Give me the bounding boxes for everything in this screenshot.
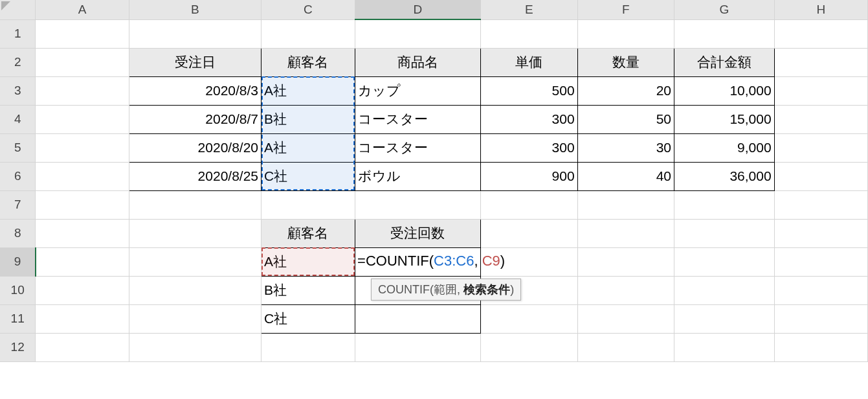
cell-A9[interactable] [36,247,129,276]
cell-A2[interactable] [36,48,129,76]
cell-F9[interactable] [577,247,674,276]
cell-H6[interactable] [774,162,867,190]
cell-F7[interactable] [577,190,674,219]
cell-H8[interactable] [774,219,867,247]
cell-B5[interactable]: 2020/8/20 [129,133,261,162]
cell-E4[interactable]: 300 [481,105,577,133]
cell-G11[interactable] [674,304,775,333]
cell-G9[interactable] [674,247,775,276]
cell-E3[interactable]: 500 [481,76,577,105]
cell-A10[interactable] [36,276,129,304]
cell-B7[interactable] [129,190,261,219]
cell-B3[interactable]: 2020/8/3 [129,76,261,105]
cell-B12[interactable] [129,333,261,361]
cell-H1[interactable] [774,19,867,48]
col-header-C[interactable]: C [262,0,355,19]
cell-B8[interactable] [129,219,261,247]
cell-B2[interactable]: 受注日 [129,48,261,76]
cell-G5[interactable]: 9,000 [674,133,775,162]
cell-A12[interactable] [36,333,129,361]
cell-C7[interactable] [262,190,355,219]
cell-G12[interactable] [674,333,775,361]
row-header-2[interactable]: 2 [0,48,36,76]
cell-E2[interactable]: 単価 [481,48,577,76]
cell-E1[interactable] [481,19,577,48]
cell-A6[interactable] [36,162,129,190]
row-header-6[interactable]: 6 [0,162,36,190]
cell-E6[interactable]: 900 [481,162,577,190]
col-header-B[interactable]: B [129,0,261,19]
cell-F6[interactable]: 40 [577,162,674,190]
cell-F1[interactable] [577,19,674,48]
cell-G1[interactable] [674,19,775,48]
cell-F4[interactable]: 50 [577,105,674,133]
cell-D5[interactable]: コースター [355,133,481,162]
cell-H5[interactable] [774,133,867,162]
row-header-4[interactable]: 4 [0,105,36,133]
cell-B1[interactable] [129,19,261,48]
cell-D9[interactable] [355,247,481,276]
cell-B10[interactable] [129,276,261,304]
cell-D11[interactable] [355,304,481,333]
cell-H9[interactable] [774,247,867,276]
cell-C9[interactable]: A社 [262,247,355,276]
cell-C10[interactable]: B社 [262,276,355,304]
cell-H4[interactable] [774,105,867,133]
col-header-A[interactable]: A [36,0,129,19]
cell-C2[interactable]: 顧客名 [262,48,355,76]
cell-G2[interactable]: 合計金額 [674,48,775,76]
cell-D4[interactable]: コースター [355,105,481,133]
cell-H7[interactable] [774,190,867,219]
row-header-10[interactable]: 10 [0,276,36,304]
cell-H3[interactable] [774,76,867,105]
cell-C6[interactable]: C社 [262,162,355,190]
cell-F12[interactable] [577,333,674,361]
cell-A3[interactable] [36,76,129,105]
row-header-1[interactable]: 1 [0,19,36,48]
cell-A8[interactable] [36,219,129,247]
cell-C11[interactable]: C社 [262,304,355,333]
cell-D7[interactable] [355,190,481,219]
row-header-5[interactable]: 5 [0,133,36,162]
cell-G10[interactable] [674,276,775,304]
cell-E12[interactable] [481,333,577,361]
cell-C12[interactable] [262,333,355,361]
cell-H2[interactable] [774,48,867,76]
col-header-G[interactable]: G [674,0,775,19]
row-header-8[interactable]: 8 [0,219,36,247]
cell-E11[interactable] [481,304,577,333]
cell-G7[interactable] [674,190,775,219]
cell-C8[interactable]: 顧客名 [262,219,355,247]
row-header-3[interactable]: 3 [0,76,36,105]
cell-D2[interactable]: 商品名 [355,48,481,76]
cell-A7[interactable] [36,190,129,219]
cell-H11[interactable] [774,304,867,333]
cell-B4[interactable]: 2020/8/7 [129,105,261,133]
cell-F11[interactable] [577,304,674,333]
col-header-H[interactable]: H [774,0,867,19]
cell-B9[interactable] [129,247,261,276]
col-header-E[interactable]: E [481,0,577,19]
cell-H12[interactable] [774,333,867,361]
cell-G3[interactable]: 10,000 [674,76,775,105]
row-header-11[interactable]: 11 [0,304,36,333]
cell-F8[interactable] [577,219,674,247]
cell-B6[interactable]: 2020/8/25 [129,162,261,190]
col-header-F[interactable]: F [577,0,674,19]
cell-E5[interactable]: 300 [481,133,577,162]
cell-B11[interactable] [129,304,261,333]
cell-F10[interactable] [577,276,674,304]
cell-D8[interactable]: 受注回数 [355,219,481,247]
col-header-D[interactable]: D [355,0,481,19]
cell-C3[interactable]: A社 [262,76,355,105]
cell-F3[interactable]: 20 [577,76,674,105]
spreadsheet[interactable]: ABCDEFGH12受注日顧客名商品名単価数量合計金額32020/8/3A社カッ… [0,0,868,362]
cell-A4[interactable] [36,105,129,133]
cell-F2[interactable]: 数量 [577,48,674,76]
row-header-7[interactable]: 7 [0,190,36,219]
cell-G4[interactable]: 15,000 [674,105,775,133]
cell-H10[interactable] [774,276,867,304]
cell-C1[interactable] [262,19,355,48]
cell-D6[interactable]: ボウル [355,162,481,190]
select-all-triangle[interactable] [1,1,10,10]
